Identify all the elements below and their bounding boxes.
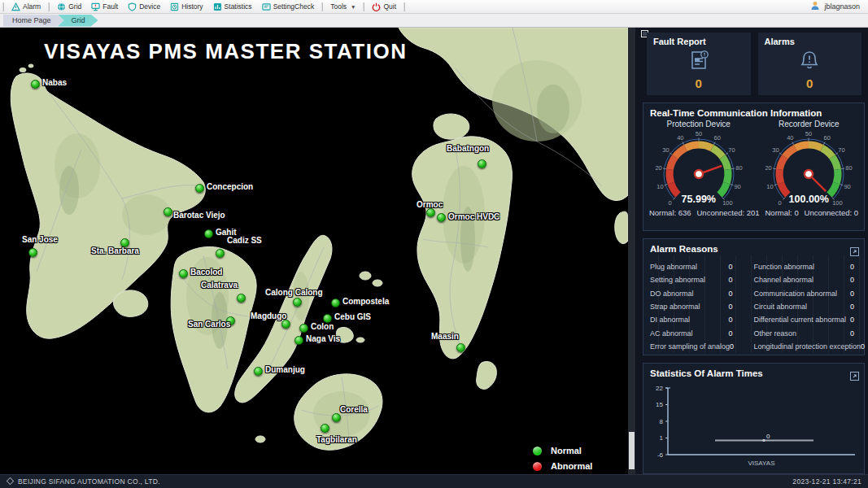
alarm-reason-row: Other reason0: [754, 326, 858, 339]
alarm-reason-value: 0: [850, 316, 857, 324]
expand-icon[interactable]: [850, 245, 859, 254]
alarm-reason-value: 0: [730, 342, 744, 351]
alarm-reason-value: 0: [728, 316, 742, 324]
bell-icon: [798, 49, 821, 75]
toolbar-button-fault[interactable]: Fault: [86, 1, 123, 13]
gauge-recorder-device: Recorder Device0102030405060708090100100…: [754, 120, 865, 205]
company-name: BEIJING SIFANG AUTOMATION CO., LTD.: [18, 477, 160, 486]
station-marker[interactable]: [31, 80, 40, 89]
svg-text:10: 10: [656, 183, 663, 190]
section-title: Alarm Reasons: [643, 239, 864, 255]
toolbar-button-label: Statistics: [225, 2, 252, 11]
alarm-reason-row: Differential current abnormal0: [754, 313, 858, 326]
station-label: Calatrava: [201, 281, 238, 290]
toolbar-button-history[interactable]: History: [165, 1, 207, 13]
svg-text:90: 90: [734, 183, 740, 190]
toolbar-button-label: History: [181, 2, 203, 11]
toolbar-separator: [403, 2, 405, 11]
station-marker[interactable]: [195, 184, 204, 193]
station-marker[interactable]: [179, 269, 188, 278]
toolbar-button-label: Quit: [383, 2, 396, 11]
gauge-label: Recorder Device: [754, 120, 865, 129]
alarm-reason-value: 0: [850, 290, 857, 298]
toolbar-button-statistics[interactable]: Statistics: [208, 1, 257, 13]
station-marker[interactable]: [478, 159, 486, 168]
station-label: San Carlos: [188, 320, 230, 329]
svg-text:1: 1: [660, 434, 664, 442]
station-marker[interactable]: [321, 424, 329, 433]
summary-stat: Normal: 636: [649, 208, 691, 217]
alarm-reason-label: Error sampling of analog: [650, 342, 730, 351]
chevron-down-icon: ▼: [351, 4, 355, 10]
toolbar-separator: [321, 2, 323, 11]
svg-text:50: 50: [696, 130, 702, 137]
tab-home-page[interactable]: Home Page: [3, 15, 64, 27]
toolbar-separator: [363, 2, 364, 11]
station-marker[interactable]: [437, 213, 446, 222]
app-window: AlarmGridFaultDeviceHistoryStatisticsSet…: [0, 0, 868, 488]
svg-text:0: 0: [779, 199, 782, 207]
summary-stat: Unconnected: 0: [805, 208, 859, 217]
normal-status-dot: [533, 447, 542, 455]
station-marker[interactable]: [237, 294, 246, 303]
alarm-reason-label: Setting abnormal: [650, 276, 705, 284]
fault-report-card[interactable]: Fault Report0: [647, 33, 751, 95]
history-icon: [170, 2, 179, 11]
communication-summary: Normal: 636Unconnected: 201Normal: 0Unco…: [643, 208, 864, 217]
expand-icon[interactable]: [850, 369, 859, 378]
svg-text:100: 100: [832, 199, 843, 207]
panel-scrollbar-thumb[interactable]: [629, 432, 635, 469]
svg-text:VISAYAS: VISAYAS: [748, 460, 774, 467]
alarm-reasons-section: Alarm Reasons Plug abnormal0Setting abno…: [643, 238, 865, 355]
alarm-reason-label: AC abnormal: [650, 329, 693, 338]
alarm-reason-label: Channel abnormal: [754, 276, 814, 284]
station-marker[interactable]: [216, 249, 225, 258]
toolbar-button-device[interactable]: Device: [123, 1, 165, 13]
svg-text:15: 15: [656, 401, 663, 408]
station-label: Sta. Barbara: [91, 246, 139, 255]
svg-text:100: 100: [722, 199, 733, 207]
station-label: Cebu GIS: [334, 312, 371, 321]
alarm-reason-row: Error sampling of analog0: [650, 340, 743, 353]
station-marker[interactable]: [426, 208, 435, 217]
map-canvas[interactable]: VISAYAS PMS MASTER STATION NabasConcepci…: [0, 28, 628, 474]
alarm-statistics-section: Statistics Of Alarm Times 221581-60VISAY…: [643, 363, 865, 474]
toolbar-separator: [2, 2, 4, 11]
svg-text:70: 70: [839, 146, 845, 154]
alarm-reason-value: 0: [728, 329, 742, 338]
station-marker[interactable]: [254, 367, 263, 376]
station-marker[interactable]: [28, 248, 37, 257]
station-marker[interactable]: [332, 413, 341, 422]
alarm-icon: [11, 2, 20, 11]
station-marker[interactable]: [456, 343, 465, 352]
alarm-reason-row: Circuit abnormal0: [754, 300, 858, 313]
toolbar-button-settingcheck[interactable]: SettingCheck: [257, 1, 320, 13]
toolbar-button-tools[interactable]: Tools▼: [325, 1, 360, 13]
legend-label: Abnormal: [551, 461, 592, 471]
svg-text:0: 0: [668, 199, 671, 207]
station-marker[interactable]: [331, 298, 340, 307]
svg-text:40: 40: [677, 134, 683, 142]
toolbar-button-alarm[interactable]: Alarm: [7, 1, 46, 13]
panel-scrollbar[interactable]: [628, 28, 635, 474]
svg-text:40: 40: [787, 134, 793, 142]
legend-item: Normal: [533, 446, 592, 455]
alarms-card[interactable]: Alarms0: [758, 33, 862, 95]
status-bar: BEIJING SIFANG AUTOMATION CO., LTD. 2023…: [0, 474, 868, 488]
alarm-reason-label: DO abnormal: [650, 290, 694, 298]
toolbar-button-quit[interactable]: Quit: [367, 1, 401, 13]
station-marker[interactable]: [293, 298, 302, 307]
legend-item: Abnormal: [533, 461, 592, 471]
svg-text:80: 80: [735, 164, 742, 172]
alarm-reason-row: DI abnormal0: [650, 313, 743, 326]
station-marker[interactable]: [281, 320, 290, 329]
station-marker[interactable]: [204, 229, 213, 238]
station-marker[interactable]: [299, 324, 308, 333]
station-marker[interactable]: [294, 336, 303, 345]
datetime: 2023-12-21 13:47:21: [792, 477, 861, 486]
user-menu[interactable]: jblagnason: [810, 1, 860, 12]
toolbar-buttons: AlarmGridFaultDeviceHistoryStatisticsSet…: [0, 1, 408, 13]
toolbar-button-grid[interactable]: Grid: [52, 1, 86, 13]
station-marker[interactable]: [164, 207, 172, 216]
svg-text:60: 60: [713, 134, 720, 142]
